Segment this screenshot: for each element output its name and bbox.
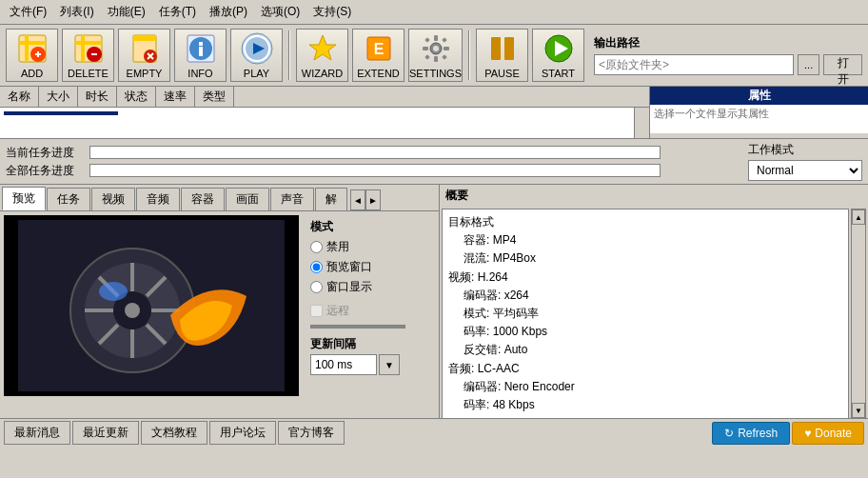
- video-mode-row: 模式: 平均码率: [464, 305, 842, 323]
- open-folder-button[interactable]: 打开: [823, 54, 862, 75]
- add-label: ADD: [21, 68, 43, 79]
- interval-input[interactable]: [310, 354, 377, 375]
- empty-label: EMPTY: [127, 68, 163, 79]
- tab-next-button[interactable]: ►: [365, 189, 381, 210]
- file-list-panel: 名称 大小 时长 状态 速率 类型: [0, 87, 649, 138]
- settings-label: SETTINGS: [409, 68, 462, 79]
- file-list-content[interactable]: [0, 108, 634, 138]
- mode-group: 模式 禁用 预览窗口 窗口显示: [310, 219, 405, 295]
- status-tab-docs[interactable]: 文档教程: [141, 421, 207, 445]
- status-bar: 最新消息 最近更新 文档教程 用户论坛 官方博客 ↻ Refresh ♥ Don…: [0, 418, 868, 447]
- list-scrollbar[interactable]: [634, 108, 649, 138]
- delete-button[interactable]: DELETE: [62, 29, 114, 82]
- svg-rect-29: [434, 35, 438, 41]
- extend-icon: E: [362, 31, 396, 66]
- menu-file[interactable]: 文件(F): [4, 2, 52, 22]
- refresh-button[interactable]: ↻ Refresh: [712, 422, 790, 445]
- status-tab-updates[interactable]: 最近更新: [72, 421, 139, 445]
- svg-rect-30: [434, 56, 438, 62]
- interval-row: ▼: [310, 354, 405, 375]
- tab-decode[interactable]: 解: [315, 188, 347, 210]
- summary-label: 概要: [440, 185, 868, 207]
- empty-icon: [128, 31, 162, 66]
- work-mode-select[interactable]: Normal High Low: [748, 160, 862, 181]
- menu-task[interactable]: 任务(T): [153, 2, 202, 22]
- info-button[interactable]: INFO: [174, 29, 227, 82]
- tab-video[interactable]: 视频: [91, 188, 135, 210]
- remote-checkbox-row: 远程: [310, 303, 405, 319]
- menu-function[interactable]: 功能(E): [102, 2, 151, 22]
- output-path-input[interactable]: [594, 54, 794, 75]
- tab-container[interactable]: 容器: [181, 188, 225, 210]
- menu-play[interactable]: 播放(P): [204, 2, 253, 22]
- settings-button[interactable]: SETTINGS: [408, 29, 463, 82]
- remote-slider[interactable]: [310, 325, 405, 329]
- svg-point-45: [125, 303, 140, 318]
- mode-disabled-radio[interactable]: 禁用: [310, 239, 405, 255]
- tab-task[interactable]: 任务: [47, 188, 90, 210]
- play-button[interactable]: PLAY: [230, 29, 283, 82]
- scroll-track: [852, 225, 865, 403]
- col-size[interactable]: 大小: [39, 87, 78, 107]
- svg-rect-34: [442, 37, 447, 43]
- summary-scrollbar[interactable]: ▲ ▼: [851, 209, 866, 419]
- col-rate[interactable]: 速率: [156, 87, 195, 107]
- settings-icon: [419, 31, 453, 66]
- properties-title: 属性: [650, 87, 868, 105]
- col-type[interactable]: 类型: [195, 87, 234, 107]
- svg-rect-19: [199, 42, 203, 46]
- interval-dropdown-button[interactable]: ▼: [379, 354, 400, 375]
- col-name[interactable]: 名称: [0, 87, 39, 107]
- output-path-label: 输出路径: [594, 35, 862, 51]
- start-button[interactable]: START: [532, 29, 584, 82]
- col-status[interactable]: 状态: [117, 87, 156, 107]
- pause-button[interactable]: PAUSE: [476, 29, 528, 82]
- right-panel: 概要 目标格式 容器: MP4 混流: MP4Box 视频: H.264 编码器…: [440, 185, 868, 418]
- svg-rect-18: [199, 47, 203, 56]
- delete-label: DELETE: [68, 68, 108, 79]
- start-label: START: [542, 68, 575, 79]
- extend-button[interactable]: E EXTEND: [352, 29, 404, 82]
- total-progress-row: 全部任务进度: [6, 163, 733, 179]
- tab-preview[interactable]: 预览: [2, 187, 46, 210]
- wizard-button[interactable]: WIZARD: [296, 29, 348, 82]
- menu-options[interactable]: 选项(O): [255, 2, 306, 22]
- pause-label: PAUSE: [484, 68, 519, 79]
- tab-sound[interactable]: 声音: [270, 188, 314, 210]
- output-path-area: 输出路径 ... 打开: [594, 35, 862, 75]
- scroll-up-button[interactable]: ▲: [852, 209, 865, 225]
- left-panel: 预览 任务 视频 音频 容器 画面 声音 解 ◄ ►: [0, 185, 440, 418]
- tab-audio[interactable]: 音频: [136, 188, 180, 210]
- mode-window-radio[interactable]: 窗口显示: [310, 279, 405, 295]
- svg-point-54: [99, 282, 128, 301]
- svg-rect-37: [491, 37, 501, 60]
- current-progress-label: 当前任务进度: [6, 145, 82, 161]
- refresh-label: Refresh: [738, 427, 778, 440]
- mode-preview-radio[interactable]: 预览窗口: [310, 259, 405, 275]
- status-tab-blog[interactable]: 官方博客: [278, 421, 345, 445]
- svg-rect-32: [444, 47, 449, 50]
- svg-rect-8: [75, 41, 102, 45]
- refresh-icon: ↻: [724, 427, 734, 440]
- add-button[interactable]: ADD: [6, 29, 58, 82]
- toolbar-separator-2: [468, 30, 470, 80]
- menu-support[interactable]: 支持(S): [307, 2, 357, 22]
- tab-prev-button[interactable]: ◄: [350, 189, 365, 210]
- donate-button[interactable]: ♥ Donate: [792, 422, 864, 445]
- scroll-down-button[interactable]: ▼: [852, 403, 865, 418]
- status-tab-news[interactable]: 最新消息: [4, 421, 70, 445]
- col-duration[interactable]: 时长: [78, 87, 117, 107]
- tab-picture[interactable]: 画面: [226, 188, 269, 210]
- menu-list[interactable]: 列表(I): [54, 2, 99, 22]
- info-label: INFO: [187, 68, 212, 79]
- file-list-section: 名称 大小 时长 状态 速率 类型 属性 选择一个文件显示其属性: [0, 87, 868, 139]
- container-row: 容器: MP4: [464, 231, 842, 249]
- empty-button[interactable]: EMPTY: [118, 29, 170, 82]
- remote-checkbox[interactable]: [310, 305, 323, 317]
- extend-label: EXTEND: [357, 68, 400, 79]
- output-path-row: ... 打开: [594, 54, 862, 75]
- browse-button[interactable]: ...: [798, 54, 819, 75]
- status-tab-forum[interactable]: 用户论坛: [209, 421, 276, 445]
- start-icon: [542, 31, 576, 66]
- svg-rect-10: [91, 53, 97, 55]
